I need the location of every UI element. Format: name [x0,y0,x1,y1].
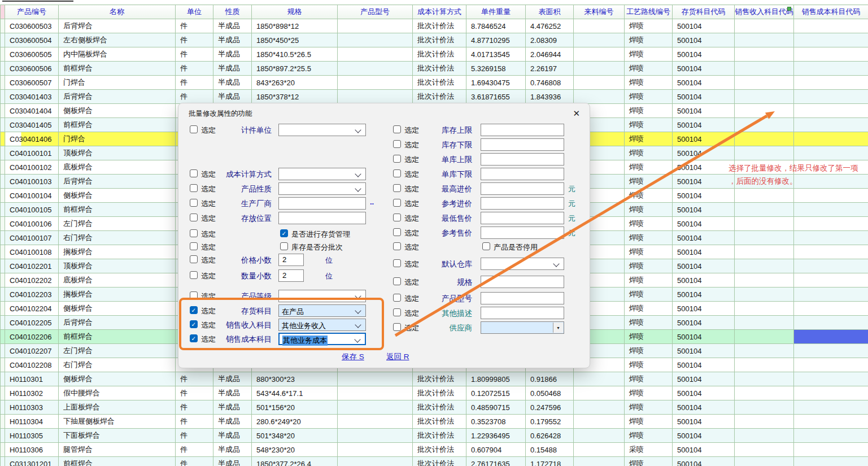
cell-inv_code[interactable]: 500104 [673,19,735,33]
cell-route[interactable]: 焊喷 [625,146,673,160]
cell-inv_code[interactable]: 500104 [673,288,735,302]
cell-route[interactable]: 焊喷 [625,288,673,302]
cell-cost_code[interactable] [794,372,868,386]
cell-nature[interactable]: 半成品 [213,90,252,104]
ref-purchase-price-input[interactable] [481,197,564,210]
cell-code[interactable]: H0110305 [5,429,59,443]
sales-cost-account-select[interactable]: 其他业务成本 [278,333,366,345]
cell-unit[interactable]: 件 [176,443,213,457]
cell-inv_code[interactable]: 500104 [673,386,735,400]
min-sale-price-select-checkbox[interactable] [393,214,401,221]
cell-code[interactable]: H0110302 [5,386,59,400]
cell-name[interactable]: 底板焊合 [59,160,176,175]
inventory-managed-checkbox[interactable]: ✓ [280,229,288,237]
cell-rev_code[interactable] [735,372,794,386]
cell-cost_method[interactable]: 批次计价法 [413,90,466,104]
cell-weight[interactable]: 2.76171635 [466,457,526,466]
cell-nature[interactable]: 半成品 [213,457,252,466]
cell-cost_code[interactable] [794,443,868,457]
cell-inv_code[interactable]: 500104 [673,231,735,245]
row-indicator[interactable] [1,316,5,330]
cell-weight[interactable]: 0.12072515 [466,386,526,400]
cell-code[interactable]: H0110306 [5,443,59,457]
cell-route[interactable]: 焊喷 [625,429,673,443]
cell-cost_code[interactable] [794,33,868,47]
cell-nature[interactable]: 半成品 [213,33,252,47]
cell-rev_code[interactable] [735,146,794,160]
manufacturer-input[interactable] [278,197,366,210]
sales-revenue-account-select-checkbox[interactable]: ✓ [190,320,198,328]
cell-weight[interactable]: 4.87710295 [466,33,526,47]
cell-inv_code[interactable]: 500104 [673,146,735,160]
cell-incoming[interactable] [574,76,625,90]
cell-code[interactable]: C040102202 [5,273,59,288]
cell-weight[interactable]: 4.01713545 [466,47,526,62]
cell-route[interactable]: 焊喷 [625,231,673,245]
cell-route[interactable]: 焊喷 [625,372,673,386]
cell-route[interactable]: 焊喷 [625,175,673,189]
cell-cost_method[interactable]: 批次计价法 [413,443,466,457]
spec-input[interactable] [481,276,564,288]
cell-code[interactable]: C040102205 [5,316,59,330]
cell-cost_code[interactable] [794,288,868,302]
cell-inv_code[interactable]: 500104 [673,400,735,415]
return-button[interactable]: 返回 R [386,352,409,362]
cell-code[interactable]: C030401404 [5,104,59,118]
cell-code[interactable]: C040102207 [5,344,59,358]
cell-incoming[interactable] [574,19,625,33]
cell-name[interactable]: 左右侧板焊合 [59,33,176,47]
save-button[interactable]: 保存 S [342,352,364,362]
cell-surface[interactable]: 0.179552 [526,415,574,429]
cell-spec[interactable]: 280.6*249*20 [252,415,338,429]
cell-spec[interactable]: 1850*410.5*26.5 [252,47,338,62]
cell-name[interactable]: 前框焊合 [59,330,176,344]
cell-spec[interactable]: 501*156*20 [252,400,338,415]
cell-route[interactable]: 焊喷 [625,273,673,288]
cell-incoming[interactable] [574,47,625,62]
cell-surface[interactable]: 4.476252 [526,19,574,33]
row-indicator[interactable] [1,344,5,358]
cell-route[interactable]: 焊喷 [625,400,673,415]
cell-nature[interactable]: 半成品 [213,400,252,415]
cell-route[interactable]: 焊喷 [625,160,673,175]
max-purchase-price-select-checkbox[interactable] [393,184,401,192]
cell-rev_code[interactable] [735,400,794,415]
cell-cost_code[interactable] [794,19,868,33]
cell-inv_code[interactable]: 500104 [673,118,735,132]
cell-model[interactable] [338,372,413,386]
cell-code[interactable]: C031301201 [5,457,59,466]
cell-rev_code[interactable] [735,217,794,231]
cell-unit[interactable]: 件 [176,372,213,386]
cell-inv_code[interactable]: 500104 [673,330,735,344]
cell-name[interactable]: 顶板焊合 [59,146,176,160]
row-indicator[interactable] [1,217,5,231]
default-warehouse-select-checkbox[interactable] [393,259,401,267]
cell-model[interactable] [338,47,413,62]
cell-weight[interactable]: 0.3523708 [466,415,526,429]
cell-code[interactable]: C040100103 [5,175,59,189]
cell-inv_code[interactable]: 500104 [673,90,735,104]
cell-name[interactable]: 侧板焊合 [59,302,176,316]
cell-code[interactable]: C040100104 [5,189,59,203]
cell-code[interactable]: H0110304 [5,415,59,429]
cell-unit[interactable]: 件 [176,415,213,429]
cell-cost_code[interactable] [794,217,868,231]
supplier-select-checkbox[interactable] [393,323,401,331]
cell-incoming[interactable] [574,90,625,104]
cell-route[interactable]: 焊喷 [625,316,673,330]
row-indicator[interactable] [1,288,5,302]
row-indicator[interactable] [1,231,5,245]
cell-cost_code[interactable] [794,386,868,400]
cell-weight[interactable]: 3.61871655 [466,90,526,104]
column-header[interactable]: 单位 [176,5,213,19]
column-header[interactable]: 来料编号 [574,5,625,19]
cell-cost_method[interactable]: 批次计价法 [413,415,466,429]
cell-inv_code[interactable]: 500104 [673,302,735,316]
cell-cost_code[interactable] [794,302,868,316]
cell-surface[interactable]: 0.746808 [526,76,574,90]
row-indicator[interactable] [1,146,5,160]
cell-code[interactable]: C030600506 [5,62,59,76]
cost-method-select[interactable] [278,168,366,180]
row-indicator[interactable] [1,372,5,386]
cell-model[interactable] [338,386,413,400]
